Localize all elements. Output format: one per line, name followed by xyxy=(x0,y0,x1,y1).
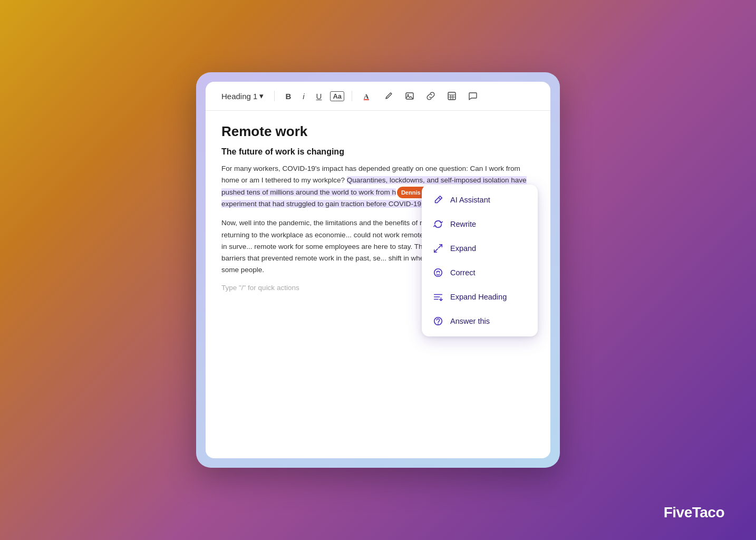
heading-dropdown[interactable]: Heading 1 ▾ xyxy=(218,90,267,102)
menu-item-correct[interactable]: Correct xyxy=(422,261,538,285)
correct-icon xyxy=(432,267,444,278)
ai-pen-icon xyxy=(432,194,444,206)
editor-card: Heading 1 ▾ B i U Aa A xyxy=(206,82,550,458)
menu-label-expand-heading: Expand Heading xyxy=(450,293,507,301)
menu-label-answer-this: Answer this xyxy=(450,317,490,325)
menu-label-rewrite: Rewrite xyxy=(450,220,476,228)
toolbar-separator xyxy=(274,91,275,101)
menu-item-rewrite[interactable]: Rewrite xyxy=(422,212,538,236)
bold-button[interactable]: B xyxy=(282,90,294,103)
editor-content: Remote work The future of work is changi… xyxy=(206,111,550,458)
menu-item-ai-assistant[interactable]: AI Assistant xyxy=(422,188,538,212)
svg-text:A: A xyxy=(364,92,369,100)
rewrite-icon xyxy=(432,218,444,230)
svg-point-16 xyxy=(438,324,439,325)
heading-label: Heading 1 xyxy=(221,92,257,101)
font-size-button[interactable]: Aa xyxy=(330,91,344,101)
underline-button[interactable]: U xyxy=(313,90,325,103)
outer-card: Heading 1 ▾ B i U Aa A xyxy=(196,72,560,468)
svg-point-10 xyxy=(437,271,438,272)
comment-button[interactable] xyxy=(465,89,481,103)
table-button[interactable] xyxy=(444,89,460,103)
menu-item-expand[interactable]: Expand xyxy=(422,236,538,261)
expand-heading-icon xyxy=(432,291,444,303)
toolbar: Heading 1 ▾ B i U Aa A xyxy=(206,82,550,111)
image-button[interactable] xyxy=(402,89,418,103)
expand-icon xyxy=(432,243,444,254)
toolbar-separator-2 xyxy=(352,91,352,101)
menu-item-answer-this[interactable]: Answer this xyxy=(422,309,538,333)
heading-dropdown-arrow: ▾ xyxy=(259,91,264,101)
brand-name: FiveTaco xyxy=(664,504,724,521)
svg-point-3 xyxy=(408,94,409,96)
svg-rect-4 xyxy=(448,92,455,100)
menu-label-ai-assistant: AI Assistant xyxy=(450,196,490,204)
italic-button[interactable]: i xyxy=(299,90,307,103)
menu-label-correct: Correct xyxy=(450,268,476,277)
svg-point-11 xyxy=(439,271,440,272)
font-color-button[interactable]: A xyxy=(360,89,375,103)
doc-subtitle[interactable]: The future of work is changing xyxy=(221,147,535,157)
doc-title[interactable]: Remote work xyxy=(221,123,535,140)
link-button[interactable] xyxy=(423,89,439,103)
menu-label-expand: Expand xyxy=(450,244,476,253)
context-menu: AI Assistant Rewrite xyxy=(422,185,538,336)
answer-icon xyxy=(432,315,444,327)
menu-item-expand-heading[interactable]: Expand Heading xyxy=(422,285,538,309)
svg-rect-1 xyxy=(364,99,369,100)
pen-button[interactable] xyxy=(381,89,396,103)
